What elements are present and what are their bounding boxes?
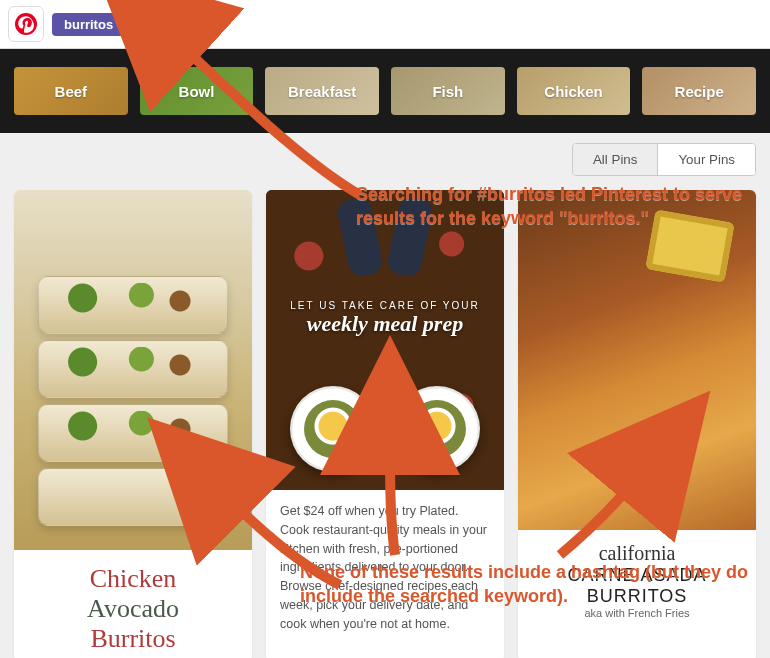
- pin-card[interactable]: LET US TAKE CARE OF YOUR weekly meal pre…: [266, 190, 504, 658]
- search-tag-text: burritos: [64, 17, 113, 32]
- category-bowl[interactable]: Bowl: [140, 67, 254, 115]
- pinterest-icon: [15, 13, 37, 35]
- pin-title: california CARNE ASADA BURRITOS aka with…: [518, 530, 756, 627]
- tab-your-pins[interactable]: Your Pins: [657, 144, 755, 175]
- pinterest-logo[interactable]: [8, 6, 44, 42]
- category-beef[interactable]: Beef: [14, 67, 128, 115]
- title-line: california: [524, 542, 750, 565]
- category-recipe[interactable]: Recipe: [642, 67, 756, 115]
- chip-label: Recipe: [675, 83, 724, 100]
- chip-label: Fish: [432, 83, 463, 100]
- pins-tabs: All Pins Your Pins: [572, 143, 756, 176]
- title-line: Burritos: [90, 624, 175, 653]
- title-line: CARNE ASADA BURRITOS: [524, 565, 750, 607]
- chip-label: Bowl: [179, 83, 215, 100]
- search-tag[interactable]: burritos ×: [52, 13, 137, 36]
- category-fish[interactable]: Fish: [391, 67, 505, 115]
- search-box[interactable]: burritos ×: [52, 13, 137, 36]
- tab-all-pins[interactable]: All Pins: [573, 144, 657, 175]
- category-chicken[interactable]: Chicken: [517, 67, 631, 115]
- overlay-small: LET US TAKE CARE OF YOUR: [276, 300, 494, 311]
- category-breakfast[interactable]: Breakfast: [265, 67, 379, 115]
- pin-card[interactable]: california CARNE ASADA BURRITOS aka with…: [518, 190, 756, 658]
- pin-thumbnail: [518, 190, 756, 530]
- close-icon[interactable]: ×: [121, 17, 129, 32]
- title-line: aka with French Fries: [524, 607, 750, 619]
- chip-label: Breakfast: [288, 83, 356, 100]
- pin-thumbnail: [14, 190, 252, 550]
- top-bar: burritos ×: [0, 0, 770, 49]
- tab-row: All Pins Your Pins: [0, 133, 770, 176]
- overlay-big: weekly meal prep: [276, 311, 494, 337]
- title-line: Avocado: [22, 594, 244, 624]
- chip-label: Chicken: [544, 83, 602, 100]
- category-bar: Beef Bowl Breakfast Fish Chicken Recipe: [0, 49, 770, 133]
- pin-card[interactable]: Chicken Avocado Burritos: [14, 190, 252, 658]
- pin-thumbnail: LET US TAKE CARE OF YOUR weekly meal pre…: [266, 190, 504, 490]
- pin-description: Get $24 off when you try Plated. Cook re…: [266, 490, 504, 645]
- chip-label: Beef: [55, 83, 88, 100]
- title-line: Chicken: [90, 564, 177, 593]
- results-grid: Chicken Avocado Burritos LET US TAKE CAR…: [0, 176, 770, 658]
- pin-title: Chicken Avocado Burritos: [14, 550, 252, 658]
